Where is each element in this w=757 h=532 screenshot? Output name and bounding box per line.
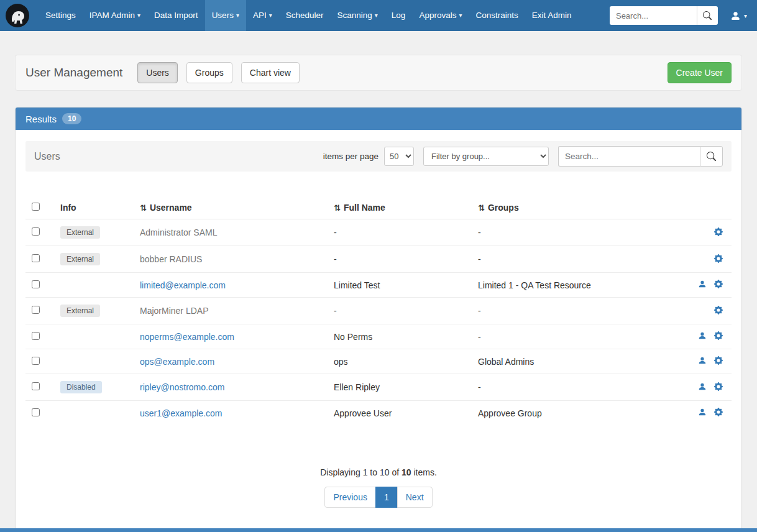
row-checkbox[interactable] [32, 357, 40, 365]
results-summary: Displaying 1 to 10 of 10 items. [25, 467, 732, 477]
table-header-row: Info ⇅Username ⇅Full Name ⇅Groups [25, 196, 732, 219]
nav-item-constraints[interactable]: Constraints [469, 0, 525, 31]
groups: - [473, 219, 682, 246]
sort-icon: ⇅ [140, 203, 147, 213]
groups: - [473, 324, 682, 349]
table-row: Disabled ripley@nostromo.com Ellen Riple… [25, 374, 732, 401]
items-per-page-label: items per page [323, 152, 378, 161]
edit-user-gear-icon[interactable] [714, 382, 723, 393]
edit-user-gear-icon[interactable] [714, 254, 723, 265]
username-link[interactable]: ops@example.com [140, 357, 214, 367]
nav-item-exit-admin[interactable]: Exit Admin [525, 0, 579, 31]
edit-user-gear-icon[interactable] [714, 227, 723, 238]
user-permissions-icon[interactable] [698, 280, 707, 290]
groups: - [473, 298, 682, 324]
results-panel-heading: Results 10 [16, 108, 741, 130]
edit-user-gear-icon[interactable] [714, 408, 723, 418]
user-permissions-icon[interactable] [698, 408, 707, 418]
pagination-next[interactable]: Next [397, 487, 433, 508]
table-row: noperms@example.com No Perms - [25, 324, 732, 349]
pagination-previous[interactable]: Previous [324, 487, 375, 508]
nav-item-log[interactable]: Log [385, 0, 413, 31]
column-header-full-name[interactable]: ⇅Full Name [329, 196, 473, 219]
person-icon [698, 408, 707, 416]
users-table: Info ⇅Username ⇅Full Name ⇅Groups Extern… [25, 196, 732, 425]
table-row: ops@example.com ops Global Admins [25, 349, 732, 374]
search-icon [703, 11, 712, 20]
pagination: Previous 1 Next [25, 487, 732, 508]
column-header-info: Info [55, 196, 135, 219]
edit-user-gear-icon[interactable] [714, 356, 723, 367]
navbar-search [610, 6, 718, 25]
chevron-down-icon: ▾ [236, 0, 239, 31]
page-title: User Management [25, 66, 122, 80]
nav-item-scheduler[interactable]: Scheduler [279, 0, 331, 31]
column-header-username[interactable]: ⇅Username [135, 196, 329, 219]
brand-logo[interactable] [5, 3, 30, 28]
column-header-label: Groups [488, 203, 519, 213]
page-header: User Management Users Groups Chart view … [15, 55, 742, 91]
person-icon [698, 331, 707, 340]
row-checkbox[interactable] [32, 408, 40, 416]
nav-item-label: Exit Admin [532, 0, 572, 31]
group-filter-select[interactable]: Filter by group... [423, 147, 549, 166]
gear-icon [714, 331, 723, 340]
tab-chart-view-button[interactable]: Chart view [241, 62, 300, 83]
status-badge: External [60, 253, 100, 265]
table-search-input[interactable] [558, 146, 700, 167]
user-permissions-icon[interactable] [698, 331, 707, 342]
nav-item-label: API [253, 0, 267, 31]
chevron-down-icon: ▾ [137, 0, 140, 31]
items-per-page-select[interactable]: 50 [384, 147, 414, 166]
top-navbar: Settings IPAM Admin▾ Data Import Users▾ … [0, 0, 757, 31]
gear-icon [714, 227, 723, 236]
username-link[interactable]: noperms@example.com [140, 332, 234, 342]
toolbar-controls: items per page 50 Filter by group... [323, 146, 723, 167]
username-link[interactable]: limited@example.com [140, 280, 226, 290]
sort-icon: ⇅ [334, 203, 341, 213]
status-badge: Disabled [60, 381, 102, 393]
nav-item-settings[interactable]: Settings [39, 0, 83, 31]
row-checkbox[interactable] [32, 332, 40, 340]
navbar-search-button[interactable] [697, 6, 718, 25]
user-permissions-icon[interactable] [698, 356, 707, 367]
username-link[interactable]: user1@example.com [140, 408, 223, 418]
row-checkbox[interactable] [32, 280, 40, 288]
username-link[interactable]: ripley@nostromo.com [140, 382, 224, 392]
row-checkbox[interactable] [32, 306, 40, 314]
groups: Approvee Group [473, 401, 682, 426]
nav-item-api[interactable]: API▾ [246, 0, 279, 31]
row-checkbox[interactable] [32, 382, 40, 390]
summary-prefix: Displaying 1 to 10 of [320, 467, 401, 477]
nav-item-scanning[interactable]: Scanning▾ [331, 0, 385, 31]
row-checkbox[interactable] [32, 227, 40, 236]
results-panel-body: Users items per page 50 Filter by group.… [16, 130, 741, 532]
nav-item-approvals[interactable]: Approvals▾ [412, 0, 469, 31]
column-header-label: Info [60, 203, 76, 213]
full-name: Ellen Ripley [329, 374, 473, 401]
pagination-page-1[interactable]: 1 [375, 487, 398, 508]
results-count-badge: 10 [62, 113, 81, 124]
select-all-checkbox[interactable] [32, 203, 40, 211]
results-panel: Results 10 Users items per page 50 Filte… [15, 107, 742, 532]
nav-item-users[interactable]: Users▾ [205, 0, 246, 31]
nav-item-ipam-admin[interactable]: IPAM Admin▾ [83, 0, 147, 31]
edit-user-gear-icon[interactable] [714, 306, 723, 316]
column-header-groups[interactable]: ⇅Groups [473, 196, 682, 219]
groups: Limited 1 - QA Test Resource [473, 273, 682, 298]
nav-item-label: Constraints [475, 0, 518, 31]
tab-users-button[interactable]: Users [137, 62, 178, 83]
account-menu[interactable]: ▾ [727, 11, 751, 21]
gear-icon [714, 280, 723, 288]
full-name: Approvee User [329, 401, 473, 426]
navbar-search-input[interactable] [610, 6, 697, 25]
row-checkbox[interactable] [32, 254, 40, 262]
tab-groups-button[interactable]: Groups [186, 62, 232, 83]
edit-user-gear-icon[interactable] [714, 331, 723, 342]
user-permissions-icon[interactable] [698, 382, 707, 393]
table-search-button[interactable] [700, 146, 723, 167]
nav-item-data-import[interactable]: Data Import [147, 0, 205, 31]
edit-user-gear-icon[interactable] [714, 280, 723, 290]
user-icon [730, 11, 741, 21]
create-user-button[interactable]: Create User [668, 62, 732, 83]
